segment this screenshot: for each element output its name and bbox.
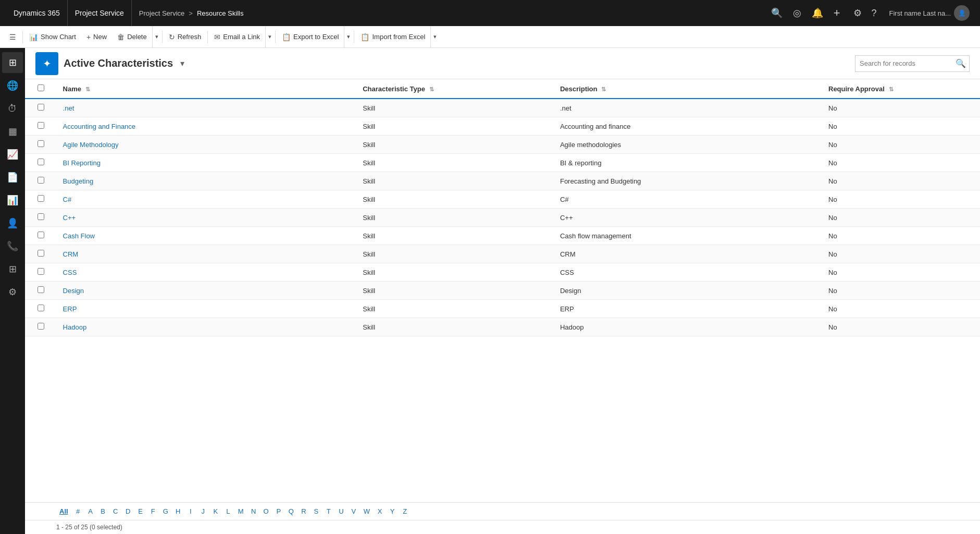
row-checkbox-6[interactable] (25, 209, 57, 227)
th-checkbox[interactable] (25, 79, 57, 99)
alpha-btn-r[interactable]: R (298, 506, 309, 517)
th-name[interactable]: Name ⇅ (57, 79, 357, 99)
page-title-dropdown[interactable]: ▾ (178, 56, 187, 70)
th-approval[interactable]: Require Approval ⇅ (822, 79, 980, 99)
delete-dropdown[interactable]: ▾ (152, 26, 161, 47)
alpha-btn-i[interactable]: I (185, 506, 196, 517)
import-excel-button[interactable]: 📋 Import from Excel (355, 26, 430, 47)
table-row[interactable]: .net Skill .net No (25, 99, 980, 117)
sidebar-item-chart[interactable]: 📊 (2, 190, 23, 211)
alpha-btn-j[interactable]: J (197, 506, 209, 517)
search-input[interactable] (855, 59, 951, 67)
sidebar-item-time[interactable]: ⏱ (2, 98, 23, 119)
breadcrumb-parent[interactable]: Project Service (139, 9, 184, 17)
table-row[interactable]: Cash Flow Skill Cash flow management No (25, 227, 980, 245)
app-label[interactable]: Project Service (68, 0, 132, 26)
alpha-btn-l[interactable]: L (222, 506, 234, 517)
table-area[interactable]: Name ⇅ Characteristic Type ⇅ Description… (25, 79, 980, 502)
row-name-9[interactable]: CSS (57, 263, 357, 282)
show-chart-button[interactable]: 📊 Show Chart (24, 26, 81, 47)
table-row[interactable]: Hadoop Skill Hadoop No (25, 318, 980, 336)
table-row[interactable]: Design Skill Design No (25, 282, 980, 300)
refresh-button[interactable]: ↻ Refresh (164, 26, 207, 47)
alpha-btn-h[interactable]: H (172, 506, 184, 517)
row-name-6[interactable]: C++ (57, 209, 357, 227)
row-name-1[interactable]: Accounting and Finance (57, 117, 357, 136)
sidebar-item-settings[interactable]: ⚙ (2, 282, 23, 302)
alpha-btn-v[interactable]: V (348, 506, 359, 517)
row-checkbox-1[interactable] (25, 117, 57, 136)
alpha-btn-y[interactable]: Y (387, 506, 398, 517)
table-row[interactable]: ERP Skill ERP No (25, 300, 980, 318)
bell-nav-icon[interactable]: 🔔 (808, 4, 827, 22)
sidebar-item-doc[interactable]: 📄 (2, 167, 23, 188)
row-checkbox-0[interactable] (25, 99, 57, 117)
table-row[interactable]: Budgeting Skill Forecasting and Budgetin… (25, 172, 980, 190)
alpha-btn-t[interactable]: T (323, 506, 334, 517)
alpha-btn-w[interactable]: W (361, 506, 373, 517)
sidebar-item-home[interactable]: ⊞ (2, 52, 23, 73)
alpha-btn-d[interactable]: D (122, 506, 134, 517)
alpha-btn-m[interactable]: M (235, 506, 247, 517)
row-checkbox-10[interactable] (25, 282, 57, 300)
row-checkbox-3[interactable] (25, 154, 57, 172)
row-checkbox-9[interactable] (25, 263, 57, 282)
alpha-btn-k[interactable]: K (210, 506, 221, 517)
row-checkbox-2[interactable] (25, 136, 57, 154)
alpha-btn-f[interactable]: F (147, 506, 159, 517)
plus-nav-icon[interactable]: + (829, 3, 845, 23)
alpha-btn-a[interactable]: A (85, 506, 96, 517)
sidebar-item-report[interactable]: 📈 (2, 144, 23, 165)
th-type[interactable]: Characteristic Type ⇅ (356, 79, 554, 99)
alpha-btn-e[interactable]: E (135, 506, 146, 517)
settings-icon[interactable]: ⚙ (849, 4, 866, 22)
help-icon[interactable]: ? (867, 5, 880, 22)
alpha-btn-n[interactable]: N (248, 506, 259, 517)
row-checkbox-8[interactable] (25, 245, 57, 263)
alpha-btn-o[interactable]: O (260, 506, 272, 517)
table-row[interactable]: BI Reporting Skill BI & reporting No (25, 154, 980, 172)
table-row[interactable]: CRM Skill CRM No (25, 245, 980, 263)
table-row[interactable]: CSS Skill CSS No (25, 263, 980, 282)
export-dropdown[interactable]: ▾ (344, 26, 353, 47)
circle-nav-icon[interactable]: ◎ (789, 4, 805, 22)
alpha-btn-p[interactable]: P (273, 506, 284, 517)
row-checkbox-5[interactable] (25, 190, 57, 209)
user-profile[interactable]: First name Last na... 👤 (885, 5, 974, 21)
row-name-4[interactable]: Budgeting (57, 172, 357, 190)
row-name-0[interactable]: .net (57, 99, 357, 117)
alpha-btn-all[interactable]: All (56, 506, 71, 517)
alpha-btn-u[interactable]: U (336, 506, 347, 517)
alpha-btn-#[interactable]: # (72, 506, 84, 517)
row-name-12[interactable]: Hadoop (57, 318, 357, 336)
alpha-btn-s[interactable]: S (311, 506, 322, 517)
row-name-5[interactable]: C# (57, 190, 357, 209)
sidebar-item-phone[interactable]: 📞 (2, 236, 23, 257)
alpha-btn-c[interactable]: C (110, 506, 121, 517)
sidebar-item-globe[interactable]: 🌐 (2, 75, 23, 96)
delete-button[interactable]: 🗑 Delete (112, 26, 152, 47)
sidebar-item-table[interactable]: ▦ (2, 121, 23, 142)
search-nav-icon[interactable]: 🔍 (767, 4, 787, 22)
select-all-checkbox[interactable] (38, 84, 44, 91)
alpha-btn-q[interactable]: Q (286, 506, 297, 517)
row-name-3[interactable]: BI Reporting (57, 154, 357, 172)
row-checkbox-4[interactable] (25, 172, 57, 190)
alpha-btn-z[interactable]: Z (399, 506, 411, 517)
import-dropdown[interactable]: ▾ (430, 26, 439, 47)
row-name-7[interactable]: Cash Flow (57, 227, 357, 245)
row-checkbox-11[interactable] (25, 300, 57, 318)
new-button[interactable]: + New (81, 26, 112, 47)
email-link-button[interactable]: ✉ Email a Link (209, 26, 265, 47)
row-name-2[interactable]: Agile Methodology (57, 136, 357, 154)
brand-label[interactable]: Dynamics 365 (6, 0, 68, 26)
sidebar-item-user[interactable]: 👤 (2, 213, 23, 234)
export-excel-button[interactable]: 📋 Export to Excel (277, 26, 344, 47)
th-description[interactable]: Description ⇅ (554, 79, 822, 99)
row-name-11[interactable]: ERP (57, 300, 357, 318)
table-row[interactable]: Accounting and Finance Skill Accounting … (25, 117, 980, 136)
alpha-btn-x[interactable]: X (374, 506, 386, 517)
alpha-btn-g[interactable]: G (160, 506, 171, 517)
row-name-8[interactable]: CRM (57, 245, 357, 263)
table-row[interactable]: C# Skill C# No (25, 190, 980, 209)
